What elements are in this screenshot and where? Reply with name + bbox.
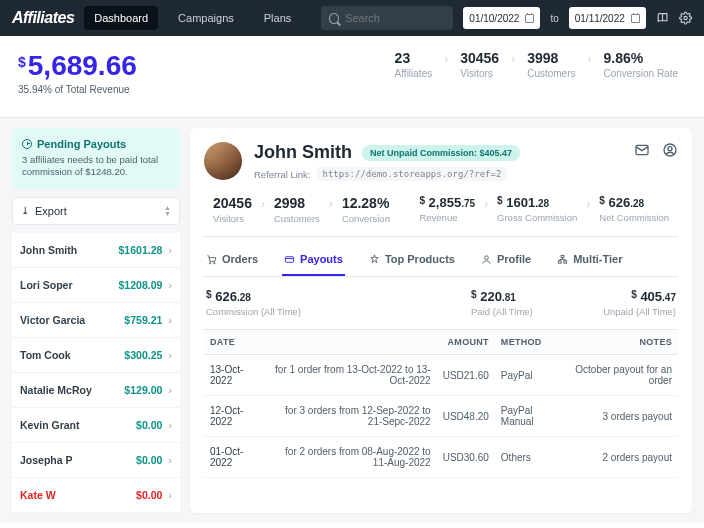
svg-rect-8 — [561, 255, 564, 257]
affiliate-row[interactable]: Tom Cook$300.25› — [12, 338, 180, 373]
chevron-right-icon: › — [168, 244, 172, 256]
affiliate-row[interactable]: John Smith$1601.28› — [12, 233, 180, 268]
date-to-label: to — [550, 13, 558, 24]
affiliate-row[interactable]: Kevin Grant$0.00› — [12, 408, 180, 443]
svg-rect-10 — [564, 260, 567, 262]
payout-summary-commission-all-time-: $ 626.28Commission (All Time) — [206, 289, 301, 317]
payout-summary-unpaid-all-time-: $ 405.47Unpaid (All Time) — [603, 289, 676, 317]
referral-url[interactable]: https://demo.storeapps.org/?ref=2 — [317, 167, 508, 181]
sidebar: Pending Payouts 3 affiliates needs to be… — [12, 128, 180, 513]
kpi-affiliates: 23Affiliates — [387, 50, 441, 79]
affiliate-row[interactable]: Lori Soper$1208.09› — [12, 268, 180, 303]
col-method: METHOD — [495, 330, 567, 355]
kpi-visitors: 30456Visitors — [452, 50, 507, 79]
stat-gross-commission: $ 1601.28Gross Commission — [488, 195, 586, 223]
tab-orders[interactable]: Orders — [204, 247, 260, 276]
nav-campaigns[interactable]: Campaigns — [168, 6, 244, 30]
stat-visitors: 20456Visitors — [204, 195, 261, 224]
svg-point-5 — [214, 262, 215, 263]
clock-icon — [22, 139, 32, 149]
chevron-right-icon: › — [444, 50, 448, 66]
kpi-conversion-rate: 9.86%Conversion Rate — [596, 50, 686, 79]
avatar — [204, 142, 242, 180]
calendar-icon — [525, 14, 534, 23]
svg-rect-6 — [285, 256, 293, 262]
pending-title: Pending Payouts — [37, 138, 126, 150]
tab-payouts[interactable]: Payouts — [282, 247, 345, 276]
chevron-right-icon: › — [168, 349, 172, 361]
detail-panel: John Smith Net Unpaid Commission: $405.4… — [190, 128, 692, 513]
affiliate-row[interactable]: Josepha P$0.00› — [12, 443, 180, 478]
stat-customers: 2998Customers — [265, 195, 329, 224]
svg-point-0 — [684, 16, 687, 19]
affiliate-row[interactable]: Victor Garcia$759.21› — [12, 303, 180, 338]
payout-summary-paid-all-time-: $ 220.81Paid (All Time) — [471, 289, 533, 317]
metrics-bar: $5,689.66 35.94% of Total Revenue 23Affi… — [0, 36, 704, 118]
profile-name: John Smith — [254, 142, 352, 163]
payout-row: 01-Oct-2022for 2 orders from 08-Aug-2022… — [204, 437, 678, 478]
svg-point-7 — [485, 255, 489, 259]
svg-rect-9 — [559, 260, 562, 262]
kpi-customers: 3998Customers — [519, 50, 583, 79]
chevron-right-icon: › — [168, 419, 172, 431]
total-revenue: $5,689.66 — [18, 50, 137, 82]
mail-icon[interactable] — [634, 142, 650, 158]
calendar-icon — [631, 14, 640, 23]
col-date: DATE — [204, 330, 263, 355]
affiliate-row[interactable]: Kate W$0.00› — [12, 478, 180, 513]
tabs: OrdersPayoutsTop ProductsProfileMulti-Ti… — [204, 237, 678, 277]
referral-label: Referral Link: — [254, 169, 311, 180]
search-icon — [329, 13, 339, 24]
chevron-right-icon: › — [168, 279, 172, 291]
tab-multi-tier[interactable]: Multi-Tier — [555, 247, 624, 276]
date-from-input[interactable]: 01/10/2022 — [463, 7, 540, 29]
chevron-right-icon: › — [168, 314, 172, 326]
pending-text: 3 affiliates needs to be paid total comm… — [22, 154, 170, 179]
stat-net-commission: $ 626.28Net Commission — [590, 195, 678, 223]
affiliate-row[interactable]: Natalie McRoy$129.00› — [12, 373, 180, 408]
payouts-table: DATEAMOUNTMETHODNOTES 13-Oct-2022for 1 o… — [204, 329, 678, 478]
pending-payouts-card: Pending Payouts 3 affiliates needs to be… — [12, 128, 180, 189]
payout-row: 12-Oct-2022for 3 orders from 12-Sep-2022… — [204, 396, 678, 437]
search-box[interactable] — [321, 6, 453, 30]
chevron-right-icon: › — [511, 50, 515, 66]
user-circle-icon[interactable] — [662, 142, 678, 158]
revenue-subtitle: 35.94% of Total Revenue — [18, 84, 137, 95]
search-input[interactable] — [345, 12, 445, 24]
svg-point-3 — [668, 147, 672, 151]
svg-point-4 — [209, 262, 210, 263]
download-icon: ⤓ — [21, 205, 29, 216]
brand-logo: Affiliates — [12, 9, 74, 27]
chevron-right-icon: › — [168, 384, 172, 396]
tab-top-products[interactable]: Top Products — [367, 247, 457, 276]
payout-row: 13-Oct-2022for 1 order from 13-Oct-2022 … — [204, 355, 678, 396]
nav-plans[interactable]: Plans — [254, 6, 302, 30]
nav-dashboard[interactable]: Dashboard — [84, 6, 158, 30]
chevron-right-icon: › — [588, 50, 592, 66]
affiliate-list: John Smith$1601.28›Lori Soper$1208.09›Vi… — [12, 233, 180, 513]
gear-icon[interactable] — [679, 11, 692, 25]
sort-icon: ▲▼ — [164, 205, 171, 216]
tab-profile[interactable]: Profile — [479, 247, 533, 276]
col-amount: AMOUNT — [437, 330, 495, 355]
book-icon[interactable] — [656, 11, 669, 25]
chevron-right-icon: › — [168, 489, 172, 501]
commission-badge: Net Unpaid Commission: $405.47 — [362, 145, 520, 161]
stat-revenue: $ 2,855.75Revenue — [410, 195, 484, 223]
topbar: Affiliates Dashboard Campaigns Plans 01/… — [0, 0, 704, 36]
col-desc — [263, 330, 436, 355]
export-button[interactable]: ⤓ Export ▲▼ — [12, 197, 180, 225]
col-notes: NOTES — [567, 330, 678, 355]
chevron-right-icon: › — [168, 454, 172, 466]
date-to-input[interactable]: 01/11/2022 — [569, 7, 646, 29]
stat-conversion: 12.28%Conversion — [333, 195, 399, 224]
